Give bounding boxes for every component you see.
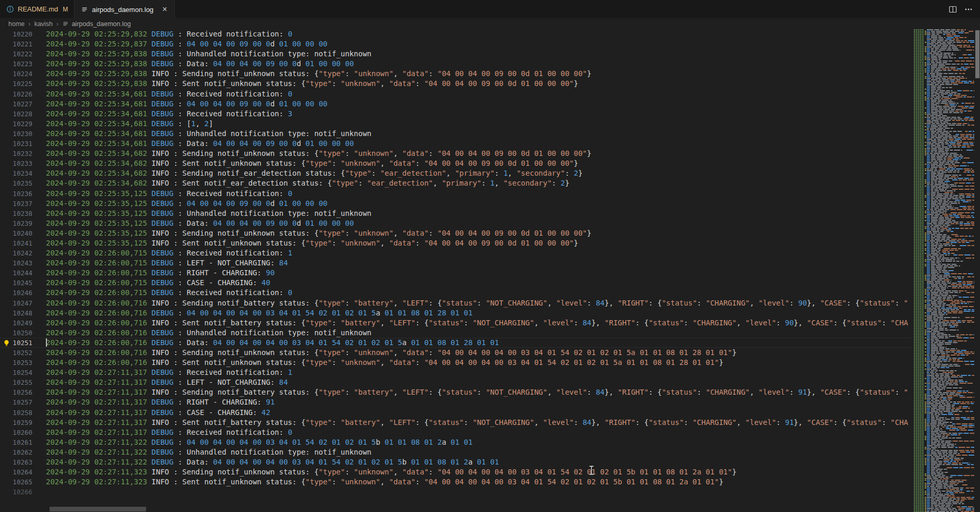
close-icon[interactable]: × xyxy=(161,5,168,14)
line-number[interactable]: 10244 xyxy=(13,268,32,278)
line-number[interactable]: 10258 xyxy=(13,408,32,418)
log-line[interactable]: 102402024-09-29 02:25:35,125 INFO : Send… xyxy=(0,228,912,238)
line-number[interactable]: 10263 xyxy=(13,457,32,467)
line-number[interactable]: 10265 xyxy=(13,477,32,487)
log-line[interactable]: 102342024-09-29 02:25:34,682 INFO : Send… xyxy=(0,168,912,178)
breadcrumb-item-file[interactable]: airpods_daemon.log xyxy=(62,20,130,28)
line-number[interactable]: 10256 xyxy=(13,387,32,397)
line-number[interactable]: 10221 xyxy=(13,39,32,49)
log-line[interactable]: 102622024-09-29 02:27:11,322 DEBUG : Unh… xyxy=(0,447,912,457)
line-number[interactable]: 10242 xyxy=(13,248,32,258)
log-line[interactable]: 102472024-09-29 02:26:00,716 INFO : Send… xyxy=(0,298,912,308)
minimap[interactable] xyxy=(914,29,975,512)
line-number[interactable]: 10243 xyxy=(13,258,32,268)
breadcrumb-item-home[interactable]: home xyxy=(8,20,25,28)
line-number[interactable]: 10235 xyxy=(13,178,32,188)
log-line[interactable]: 102292024-09-29 02:25:34,681 DEBUG : [1,… xyxy=(0,119,912,129)
line-number[interactable]: 10240 xyxy=(13,228,32,238)
line-number[interactable]: 10254 xyxy=(13,368,32,377)
log-line[interactable]: 102232024-09-29 02:25:29,838 DEBUG : Dat… xyxy=(0,59,912,69)
horizontal-scrollbar-thumb[interactable] xyxy=(50,507,146,511)
log-line[interactable]: 102202024-09-29 02:25:29,832 DEBUG : Rec… xyxy=(0,29,912,39)
log-line[interactable]: 102572024-09-29 02:27:11,317 DEBUG : RIG… xyxy=(0,397,912,407)
line-number[interactable]: 10248 xyxy=(13,308,32,318)
line-number[interactable]: 10230 xyxy=(13,129,32,139)
line-number[interactable]: 10247 xyxy=(13,298,32,308)
log-line[interactable]: 102312024-09-29 02:25:34,681 DEBUG : Dat… xyxy=(0,139,912,149)
log-line[interactable]: 102212024-09-29 02:25:29,837 DEBUG : 04 … xyxy=(0,39,912,49)
line-number[interactable]: 10251 xyxy=(13,338,32,348)
vertical-scrollbar-thumb[interactable] xyxy=(975,30,979,78)
log-line[interactable]: 102602024-09-29 02:27:11,317 DEBUG : Rec… xyxy=(0,428,912,437)
line-number[interactable]: 10249 xyxy=(13,318,32,328)
line-number[interactable]: 10237 xyxy=(13,199,32,209)
log-line[interactable]: 102432024-09-29 02:26:00,715 DEBUG : LEF… xyxy=(0,258,912,268)
line-number[interactable]: 10250 xyxy=(13,328,32,338)
log-line[interactable]: 102522024-09-29 02:26:00,716 INFO : Send… xyxy=(0,348,912,358)
line-number[interactable]: 10266 xyxy=(13,487,32,497)
line-number[interactable]: 10245 xyxy=(13,278,32,288)
log-line[interactable]: 102512024-09-29 02:26:00,716 DEBUG : Dat… xyxy=(0,338,912,348)
line-number[interactable]: 10252 xyxy=(13,348,32,358)
log-line[interactable]: 102352024-09-29 02:25:34,682 INFO : Sent… xyxy=(0,178,912,188)
log-line[interactable]: 102482024-09-29 02:26:00,716 DEBUG : 04 … xyxy=(0,308,912,318)
log-line[interactable]: 102332024-09-29 02:25:34,682 INFO : Sent… xyxy=(0,159,912,168)
line-number[interactable]: 10238 xyxy=(13,209,32,218)
log-line[interactable]: 102652024-09-29 02:27:11,323 INFO : Sent… xyxy=(0,477,912,487)
line-number[interactable]: 10259 xyxy=(13,418,32,428)
log-line[interactable]: 102362024-09-29 02:25:35,125 DEBUG : Rec… xyxy=(0,189,912,199)
log-line[interactable]: 102422024-09-29 02:26:00,715 DEBUG : Rec… xyxy=(0,248,912,258)
line-number[interactable]: 10239 xyxy=(13,218,32,228)
log-line[interactable]: 102562024-09-29 02:27:11,317 INFO : Send… xyxy=(0,387,912,397)
line-number[interactable]: 10246 xyxy=(13,288,32,298)
log-line[interactable]: 102552024-09-29 02:27:11,317 DEBUG : LEF… xyxy=(0,377,912,387)
lightbulb-icon[interactable] xyxy=(3,339,10,348)
log-line[interactable]: 102302024-09-29 02:25:34,681 DEBUG : Unh… xyxy=(0,129,912,139)
line-number[interactable]: 10261 xyxy=(13,437,32,447)
log-line[interactable]: 102532024-09-29 02:26:00,716 INFO : Sent… xyxy=(0,358,912,368)
split-editor-icon[interactable] xyxy=(949,5,957,14)
log-line[interactable]: 102502024-09-29 02:26:00,716 DEBUG : Unh… xyxy=(0,328,912,338)
log-line[interactable]: 102442024-09-29 02:26:00,715 DEBUG : RIG… xyxy=(0,268,912,278)
line-number[interactable]: 10253 xyxy=(13,358,32,368)
log-line[interactable]: 102462024-09-29 02:26:00,715 DEBUG : Rec… xyxy=(0,288,912,298)
log-line[interactable]: 102282024-09-29 02:25:34,681 DEBUG : Rec… xyxy=(0,109,912,119)
log-line[interactable]: 10266 xyxy=(0,487,912,497)
line-number[interactable]: 10233 xyxy=(13,159,32,168)
more-actions-icon[interactable] xyxy=(964,5,973,14)
log-line[interactable]: 102412024-09-29 02:25:35,125 INFO : Sent… xyxy=(0,238,912,248)
log-line[interactable]: 102582024-09-29 02:27:11,317 DEBUG : CAS… xyxy=(0,408,912,418)
log-line[interactable]: 102272024-09-29 02:25:34,681 DEBUG : 04 … xyxy=(0,99,912,109)
line-number[interactable]: 10226 xyxy=(13,89,32,99)
line-number[interactable]: 10227 xyxy=(13,99,32,109)
line-number[interactable]: 10229 xyxy=(13,119,32,129)
line-number[interactable]: 10223 xyxy=(13,59,32,69)
line-number[interactable]: 10264 xyxy=(13,467,32,477)
log-line[interactable]: 102382024-09-29 02:25:35,125 DEBUG : Unh… xyxy=(0,209,912,218)
log-line[interactable]: 102252024-09-29 02:25:29,838 INFO : Sent… xyxy=(0,79,912,89)
line-number[interactable]: 10224 xyxy=(13,69,32,79)
log-line[interactable]: 102452024-09-29 02:26:00,715 DEBUG : CAS… xyxy=(0,278,912,288)
line-number[interactable]: 10234 xyxy=(13,168,32,178)
log-line[interactable]: 102222024-09-29 02:25:29,838 DEBUG : Unh… xyxy=(0,49,912,59)
line-number[interactable]: 10220 xyxy=(13,29,32,39)
line-number[interactable]: 10228 xyxy=(13,109,32,119)
log-line[interactable]: 102542024-09-29 02:27:11,317 DEBUG : Rec… xyxy=(0,368,912,377)
line-number[interactable]: 10222 xyxy=(13,49,32,59)
line-number[interactable]: 10262 xyxy=(13,447,32,457)
log-line[interactable]: 102492024-09-29 02:26:00,716 INFO : Sent… xyxy=(0,318,912,328)
editor[interactable]: 102202024-09-29 02:25:29,832 DEBUG : Rec… xyxy=(0,29,980,512)
log-line[interactable]: 102592024-09-29 02:27:11,317 INFO : Sent… xyxy=(0,418,912,428)
log-line[interactable]: 102392024-09-29 02:25:35,125 DEBUG : Dat… xyxy=(0,218,912,228)
line-number[interactable]: 10255 xyxy=(13,377,32,387)
tab-readme[interactable]: README.md M xyxy=(0,0,75,18)
breadcrumb-item-kavish[interactable]: kavish xyxy=(34,20,53,28)
log-line[interactable]: 102372024-09-29 02:25:35,125 DEBUG : 04 … xyxy=(0,199,912,209)
line-number[interactable]: 10260 xyxy=(13,428,32,437)
line-number[interactable]: 10225 xyxy=(13,79,32,89)
log-line[interactable]: 102632024-09-29 02:27:11,322 DEBUG : Dat… xyxy=(0,457,912,467)
log-line[interactable]: 102262024-09-29 02:25:34,681 DEBUG : Rec… xyxy=(0,89,912,99)
line-number[interactable]: 10236 xyxy=(13,189,32,199)
line-number[interactable]: 10241 xyxy=(13,238,32,248)
line-number[interactable]: 10257 xyxy=(13,397,32,407)
